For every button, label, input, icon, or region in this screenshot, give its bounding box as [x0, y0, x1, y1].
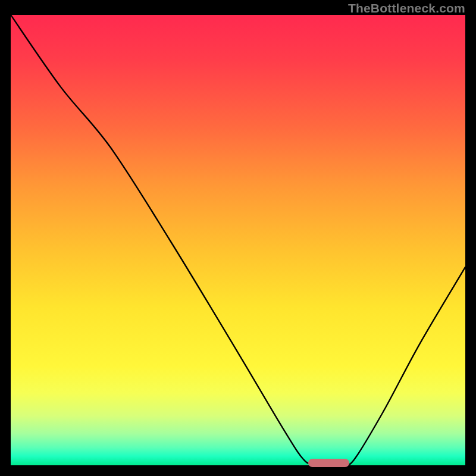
bottleneck-curve — [11, 15, 465, 465]
watermark-text: TheBottleneck.com — [348, 1, 465, 15]
chart-container: TheBottleneck.com — [0, 0, 476, 476]
curve-svg — [11, 15, 465, 465]
plot-area — [11, 15, 465, 465]
optimal-marker — [308, 459, 349, 467]
